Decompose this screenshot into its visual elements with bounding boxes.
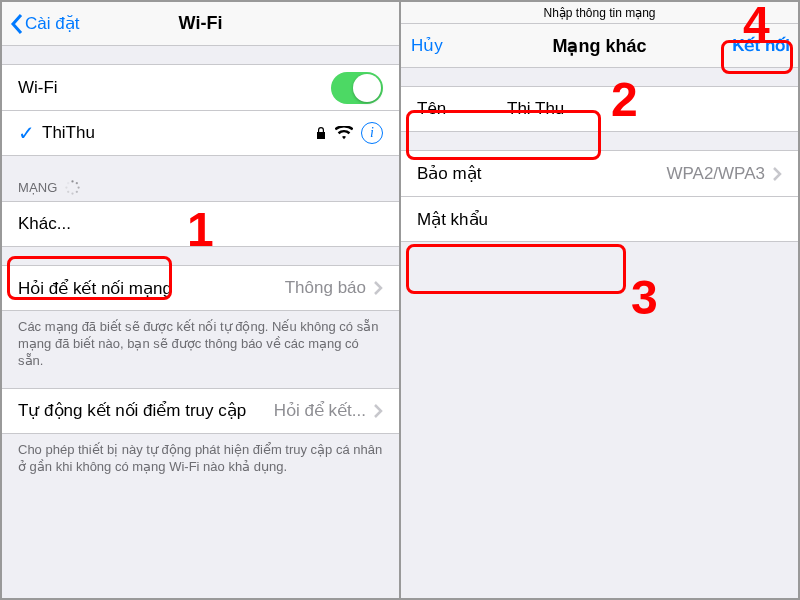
- cancel-button[interactable]: Hủy: [409, 35, 443, 56]
- navbar-wifi: Cài đặt Wi-Fi: [2, 2, 399, 46]
- ask-to-join-row[interactable]: Hỏi để kết nối mạng Thông báo: [2, 265, 399, 311]
- svg-point-0: [72, 180, 74, 182]
- ask-to-join-value: Thông báo: [285, 278, 366, 298]
- annotation-number-3: 3: [631, 270, 658, 325]
- chevron-right-icon: [773, 167, 782, 181]
- ask-to-join-label: Hỏi để kết nối mạng: [18, 278, 285, 299]
- wifi-toggle-label: Wi-Fi: [18, 78, 331, 98]
- other-network-row[interactable]: Khác...: [2, 201, 399, 247]
- security-label: Bảo mật: [417, 163, 666, 184]
- auto-join-label: Tự động kết nối điểm truy cập: [18, 400, 274, 421]
- name-field-value: Thi Thu: [507, 99, 564, 119]
- wifi-signal-icon: [335, 126, 353, 140]
- auto-join-row[interactable]: Tự động kết nối điểm truy cập Hỏi để kết…: [2, 388, 399, 434]
- auto-join-value: Hỏi để kết...: [274, 400, 366, 421]
- check-icon: ✓: [18, 121, 42, 145]
- svg-point-4: [72, 192, 74, 194]
- chevron-right-icon: [374, 404, 383, 418]
- wifi-settings-pane: Cài đặt Wi-Fi Wi-Fi ✓ ThiThu: [2, 2, 399, 598]
- info-icon[interactable]: i: [361, 122, 383, 144]
- chevron-right-icon: [374, 281, 383, 295]
- network-name-row[interactable]: Tên Thi Thu: [401, 86, 798, 132]
- svg-point-7: [67, 182, 69, 184]
- navbar-other: Hủy Mạng khác Kết nối: [401, 24, 798, 68]
- back-label: Cài đặt: [25, 13, 79, 34]
- page-title: Wi-Fi: [100, 13, 301, 34]
- back-button[interactable]: Cài đặt: [10, 13, 79, 35]
- connected-network-name: ThiThu: [42, 123, 315, 143]
- page-title-other: Mạng khác: [499, 35, 700, 57]
- connect-button[interactable]: Kết nối: [730, 35, 790, 56]
- svg-point-3: [76, 191, 78, 193]
- svg-point-2: [78, 186, 80, 188]
- connected-network-row[interactable]: ✓ ThiThu i: [2, 110, 399, 156]
- name-field-label: Tên: [417, 99, 507, 119]
- svg-point-5: [67, 191, 69, 193]
- spinner-icon: [65, 180, 80, 195]
- password-row[interactable]: Mật khẩu: [401, 196, 798, 242]
- svg-point-6: [66, 186, 68, 188]
- security-row[interactable]: Bảo mật WPA2/WPA3: [401, 150, 798, 196]
- subtitle-bar: Nhập thông tin mạng: [401, 2, 798, 24]
- other-network-label: Khác...: [18, 214, 383, 234]
- security-value: WPA2/WPA3: [666, 164, 765, 184]
- annotation-box-3: [406, 244, 626, 294]
- password-field-label: Mật khẩu: [417, 209, 488, 230]
- wifi-toggle-row: Wi-Fi: [2, 64, 399, 110]
- ask-to-join-footer: Các mạng đã biết sẽ được kết nối tự động…: [2, 311, 399, 370]
- lock-icon: [315, 126, 327, 140]
- other-network-pane: Nhập thông tin mạng Hủy Mạng khác Kết nố…: [399, 2, 798, 598]
- auto-join-footer: Cho phép thiết bị này tự động phát hiện …: [2, 434, 399, 476]
- networks-section-header: MẠNG: [2, 174, 399, 201]
- wifi-toggle[interactable]: [331, 72, 383, 104]
- svg-point-1: [76, 182, 78, 184]
